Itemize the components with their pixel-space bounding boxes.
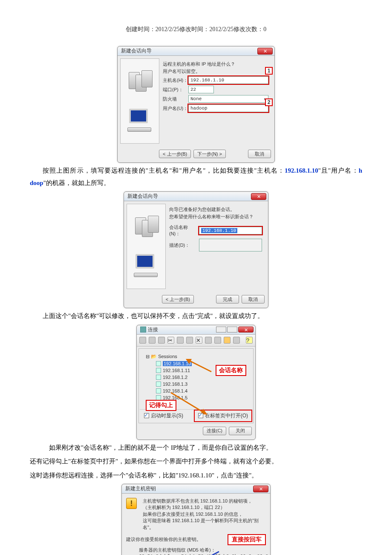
help-icon[interactable]: ? bbox=[246, 337, 253, 344]
desc-input[interactable] bbox=[199, 239, 262, 251]
tool-icon[interactable] bbox=[158, 337, 165, 344]
hostkey-l1: 主机密钥数据库不包含主机 192.168.1.10 的秘钥项， bbox=[143, 498, 264, 504]
svg-line-0 bbox=[189, 361, 211, 372]
wizard2-l1: 向导已准备好为您创建新会话。 bbox=[169, 206, 262, 213]
session-item-3[interactable]: 192.168.1.3 bbox=[156, 381, 248, 387]
paste-icon[interactable] bbox=[186, 337, 193, 344]
wizard2-graphic bbox=[127, 204, 166, 289]
paragraph-2: 上面这个"会话名称"可以修改，也可以保持不变，点击"完成"，就设置成功了。 bbox=[30, 310, 362, 322]
session-name-label: 会话名称(N)： bbox=[169, 224, 199, 237]
p1-host: 192.168.1.10 bbox=[285, 167, 318, 174]
firewall-label: 防火墙 bbox=[163, 96, 188, 102]
close-icon[interactable]: ✕ bbox=[238, 327, 254, 332]
wizard1-titlebar: 新建会话向导 ✕ bbox=[118, 46, 274, 56]
wizard1-title: 新建会话向导 bbox=[121, 47, 152, 55]
session-icon bbox=[156, 361, 161, 366]
firewall-value: None bbox=[190, 96, 202, 101]
warning-icon: ! bbox=[126, 498, 137, 509]
session-icon bbox=[156, 375, 161, 380]
annotation-session-name: 会话名称 bbox=[216, 365, 246, 376]
prev-button[interactable]: < 上一步(B) bbox=[159, 150, 191, 158]
session-name-input[interactable]: 192.168.1.10 bbox=[199, 227, 262, 234]
connect-button[interactable]: 连接(C) bbox=[203, 427, 226, 435]
user-label: 用户名(U)： bbox=[163, 105, 188, 112]
annotation-press-enter: 直接按回车 bbox=[228, 534, 266, 545]
tool-icon[interactable] bbox=[205, 337, 212, 344]
wizard1-window: 新建会话向导 ✕ 远程主机的名称和 IP 地址是什么？ 用户名可以留空。 主机名… bbox=[117, 46, 275, 163]
wizard1-q2: 用户名可以留空。 bbox=[163, 68, 268, 75]
hostkey-l3: 如果你已多次接受过主机 192.168.1.10 的信息， bbox=[143, 511, 264, 517]
cut-icon[interactable]: ✂ bbox=[167, 337, 174, 344]
hostkey-l2: （主机解析为 192.168.1.10，端口 22） bbox=[143, 504, 264, 511]
wizard2-titlebar: 新建会话向导 ✕ bbox=[124, 192, 268, 201]
svg-line-4 bbox=[198, 552, 219, 555]
page-header: 创建时间：2012/2/25修改时间：2012/2/25修改次数：0 bbox=[30, 26, 362, 33]
pc-icon bbox=[127, 109, 152, 132]
arrow-icon bbox=[186, 359, 216, 376]
hostkey-l5: 建议你在接受前校验你的主机密钥。 bbox=[126, 536, 201, 543]
wizard2-window: 新建会话向导 ✕ 向导已准备好为您创建新会话。 您希望使用什么名称来唯一标识新会… bbox=[124, 191, 268, 308]
tool-icon[interactable] bbox=[149, 337, 156, 344]
prev-button[interactable]: < 上一步(B) bbox=[162, 295, 194, 304]
find-icon[interactable] bbox=[214, 337, 221, 344]
tool-icon[interactable] bbox=[139, 337, 146, 344]
folder-icon[interactable] bbox=[224, 337, 231, 344]
delete-icon[interactable]: ✕ bbox=[196, 337, 202, 344]
desc-label: 描述(D)： bbox=[169, 242, 199, 249]
cancel-button[interactable]: 取消 bbox=[242, 295, 265, 304]
arrow-icon bbox=[193, 551, 223, 555]
close-button[interactable]: 关闭 bbox=[229, 427, 252, 435]
wizard1-q1: 远程主机的名称和 IP 地址是什么？ bbox=[163, 61, 268, 67]
checkbox-icon bbox=[144, 413, 149, 418]
session-icon bbox=[156, 388, 161, 393]
wizard2-l2: 您希望使用什么名称来唯一标识新会话？ bbox=[169, 214, 262, 220]
connect-titlebar: 连接 ✕ bbox=[137, 325, 255, 335]
maximize-icon[interactable] bbox=[227, 327, 237, 332]
port-input[interactable]: 22 bbox=[188, 86, 214, 93]
host-input[interactable]: 192.168.1.10 bbox=[188, 76, 268, 84]
paragraph-3c: 这时选择你想远程连接，选择一个"会话名称"，比如"192.168.1.10"，点… bbox=[30, 469, 362, 482]
cancel-button[interactable]: 取消 bbox=[248, 150, 271, 158]
callout-2: 2 bbox=[265, 98, 273, 106]
session-label: 192.168.1.3 bbox=[163, 382, 187, 387]
firewall-select[interactable]: None ▾ bbox=[188, 95, 268, 103]
close-icon[interactable]: ✕ bbox=[253, 486, 268, 492]
paragraph-1: 按照上图所示，填写要远程连接的"主机名"和"用户名"，比如我要连接"主机名：19… bbox=[30, 165, 362, 189]
pc-icon bbox=[134, 254, 159, 277]
port-label: 端口(P)： bbox=[163, 87, 188, 93]
tool-icon[interactable] bbox=[233, 337, 240, 344]
hostkey-window: 新建主机密钥 ✕ ! 主机密钥数据库不包含主机 192.168.1.10 的秘钥… bbox=[121, 484, 271, 555]
connect-window: 连接 ✕ ✂ ✕ ? bbox=[136, 325, 256, 440]
server-icon bbox=[135, 216, 157, 236]
paragraph-3b: 还有记得勾上"在标签页中打开"，如果你想在一个界面中打开多个终端，就有这个必要。 bbox=[30, 455, 362, 468]
session-label: 192.168.1.2 bbox=[163, 375, 187, 380]
minimize-icon[interactable] bbox=[216, 327, 226, 332]
callout-1: 1 bbox=[265, 67, 273, 75]
user-input[interactable]: hadoop bbox=[188, 104, 268, 112]
folder-label: Sessions bbox=[158, 354, 177, 359]
hostkey-title: 新建主机密钥 bbox=[125, 485, 156, 492]
p1a: 按照上图所示，填写要远程连接的"主机名"和"用户名"，比如我要连接"主机名： bbox=[43, 167, 285, 174]
wizard2-title: 新建会话向导 bbox=[127, 193, 158, 200]
copy-icon[interactable] bbox=[177, 337, 184, 344]
server-icon bbox=[129, 70, 151, 91]
session-name-value: 192.168.1.10 bbox=[201, 228, 237, 233]
close-icon[interactable]: ✕ bbox=[257, 48, 273, 55]
done-button[interactable]: 完成 bbox=[216, 295, 239, 304]
hostkey-titlebar: 新建主机密钥 ✕ bbox=[122, 484, 270, 494]
p1e: "的机器，就如上所写。 bbox=[43, 179, 110, 186]
hostkey-l4: 这可能意味着 192.168.1.10 是一个解析到不同主机的"别名"。 bbox=[143, 517, 264, 531]
connect-title: 连接 bbox=[148, 326, 158, 333]
connect-toolbar: ✂ ✕ ? bbox=[137, 335, 255, 347]
checkbox-icon bbox=[198, 413, 203, 418]
app-icon bbox=[140, 327, 146, 332]
session-icon bbox=[156, 382, 161, 387]
next-button[interactable]: 下一步(N) > bbox=[193, 150, 226, 158]
host-label: 主机名(H)： bbox=[163, 77, 188, 84]
svg-line-2 bbox=[171, 393, 203, 412]
wizard1-graphic bbox=[120, 58, 159, 144]
p1c: "且"用户名： bbox=[318, 167, 359, 174]
close-icon[interactable]: ✕ bbox=[251, 193, 266, 200]
checkbox-label: 在标签页中打开(O) bbox=[205, 412, 248, 419]
paragraph-3a: 如果刚才改"会话名称"，上图的就不是一个 IP地址了，而是你自己设置的名字。 bbox=[30, 442, 362, 454]
